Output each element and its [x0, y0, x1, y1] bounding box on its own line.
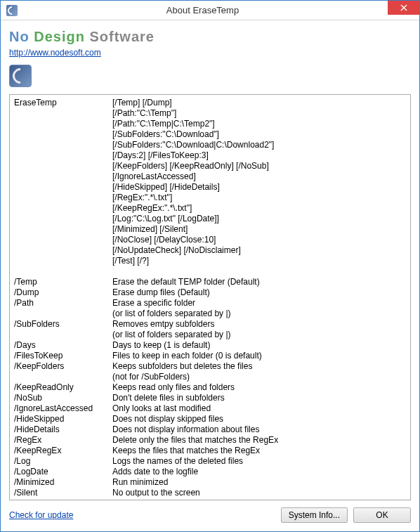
help-key: /Days [13, 340, 112, 351]
help-row: /KeepRegExKeeps the files that matches t… [13, 446, 406, 456]
titlebar[interactable]: About EraseTemp [1, 1, 419, 20]
help-desc: Only looks at last modified [112, 403, 406, 414]
help-row: /FilesToKeepFiles to keep in each folder… [13, 351, 406, 361]
help-text-scroll[interactable]: EraseTemp[/Temp] [/Dump][/Path:"C:\Temp"… [13, 98, 407, 497]
help-row: /KeepFoldersKeeps subfolders but deletes… [13, 361, 406, 372]
website-link[interactable]: http://www.nodesoft.com [9, 48, 411, 58]
help-row: /NoSubDon't delete files in subfolders [13, 393, 406, 403]
help-row: [/Path:"C:\Temp|C:\Temp2"] [13, 119, 406, 129]
help-row: [/SubFolders:"C:\Download|C:\Download2"] [13, 140, 406, 150]
logo-word: Design [34, 29, 85, 44]
check-update-link[interactable]: Check for update [9, 510, 73, 520]
help-key [13, 119, 112, 129]
help-key: /HideSkipped [13, 414, 112, 424]
close-button[interactable] [388, 1, 419, 15]
help-row: /RegExDelete only the files that matches… [13, 435, 406, 446]
help-row: /TempErase the default TEMP folder (Defa… [13, 277, 406, 287]
help-desc: [/Path:"C:\Temp|C:\Temp2"] [112, 119, 406, 129]
logo-word: Software [89, 29, 154, 44]
help-key [13, 161, 112, 171]
help-row: /HideSkippedDoes not display skipped fil… [13, 414, 406, 424]
help-desc: [/Test] [/?] [112, 256, 406, 266]
help-key: /Dump [13, 287, 112, 298]
help-key: /KeepFolders [13, 361, 112, 372]
about-dialog: About EraseTemp No Design Software http:… [0, 0, 420, 532]
help-row: /KeepReadOnlyKeeps read only files and f… [13, 382, 406, 393]
help-key [13, 235, 112, 245]
help-desc: Keeps read only files and folders [112, 382, 406, 393]
help-row: /LogLogs the names of the deleted files [13, 456, 406, 467]
help-key [13, 150, 112, 161]
help-row: [/KeepRegEx:".*\.txt"] [13, 203, 406, 214]
help-key [13, 372, 112, 382]
help-key [13, 224, 112, 235]
help-row: /LogDateAdds date to the logfile [13, 467, 406, 477]
help-key [13, 193, 112, 203]
help-key: /FilesToKeep [13, 351, 112, 361]
window-title: About EraseTemp [18, 5, 388, 15]
help-desc: Keeps subfolders but deletes the files [112, 361, 406, 372]
help-key: /HideDetails [13, 424, 112, 435]
help-desc: Does not display information about files [112, 424, 406, 435]
help-key: /IgnoreLastAccessed [13, 403, 112, 414]
help-desc: Days to keep (1 is default) [112, 340, 406, 351]
help-row: [/HideSkipped] [/HideDetails] [13, 182, 406, 193]
company-logo: No Design Software [9, 29, 411, 45]
help-desc: [/Minimized] [/Silent] [112, 224, 406, 235]
help-desc: [/RegEx:".*\.txt"] [112, 193, 406, 203]
help-row: [/NoUpdateCheck] [/NoDisclaimer] [13, 245, 406, 256]
help-key [13, 108, 112, 119]
help-desc: Removes emtpy subfolders [112, 319, 406, 330]
help-desc: [/NoUpdateCheck] [/NoDisclaimer] [112, 245, 406, 256]
help-key [13, 182, 112, 193]
close-icon [400, 4, 407, 11]
help-key: /Temp [13, 277, 112, 287]
help-row: /HideDetailsDoes not display information… [13, 424, 406, 435]
help-key: /Minimized [13, 477, 112, 488]
help-desc: Don't delete files in subfolders [112, 393, 406, 403]
help-row: [/Minimized] [/Silent] [13, 224, 406, 235]
help-desc: [/KeepFolders] [/KeepReadOnly] [/NoSub] [112, 161, 406, 171]
help-key [13, 245, 112, 256]
help-text-box: EraseTemp[/Temp] [/Dump][/Path:"C:\Temp"… [9, 94, 411, 500]
help-row: [/Days:2] [/FilesToKeep:3] [13, 150, 406, 161]
help-row: /SubFoldersRemoves emtpy subfolders [13, 319, 406, 330]
help-row: EraseTemp[/Temp] [/Dump] [13, 98, 406, 108]
help-key: /LogDate [13, 467, 112, 477]
system-info-button[interactable]: System Info... [281, 507, 348, 523]
help-key: /Silent [13, 488, 112, 497]
help-row: [/NoClose] [/DelayClose:10] [13, 235, 406, 245]
help-desc: Erase the default TEMP folder (Default) [112, 277, 406, 287]
help-key: /Log [13, 456, 112, 467]
help-row: /SilentNo output to the screen [13, 488, 406, 497]
help-row: [/KeepFolders] [/KeepReadOnly] [/NoSub] [13, 161, 406, 171]
help-desc: Run minimized [112, 477, 406, 488]
help-desc: Files to keep in each folder (0 is defau… [112, 351, 406, 361]
help-row: (or list of folders separated by |) [13, 309, 406, 319]
help-key [13, 256, 112, 266]
help-desc: [/SubFolders:"C:\Download|C:\Download2"] [112, 140, 406, 150]
help-desc: Logs the names of the deleted files [112, 456, 406, 467]
ok-button[interactable]: OK [353, 507, 411, 523]
help-desc: Keeps the files that matches the RegEx [112, 446, 406, 456]
help-row: [/SubFolders:"C:\Download"] [13, 129, 406, 140]
help-row: /IgnoreLastAccessedOnly looks at last mo… [13, 403, 406, 414]
help-desc: [/Days:2] [/FilesToKeep:3] [112, 150, 406, 161]
help-key [13, 129, 112, 140]
logo-word: No [9, 29, 29, 44]
help-desc: [/NoClose] [/DelayClose:10] [112, 235, 406, 245]
help-key: EraseTemp [13, 98, 112, 108]
help-desc: (or list of folders separated by |) [112, 330, 406, 340]
help-desc: Erase dump files (Default) [112, 287, 406, 298]
help-key [13, 330, 112, 340]
help-row: [/Test] [/?] [13, 256, 406, 266]
help-key: /RegEx [13, 435, 112, 446]
button-bar: Check for update System Info... OK [9, 500, 411, 523]
help-desc: Delete only the files that matches the R… [112, 435, 406, 446]
help-desc: Adds date to the logfile [112, 467, 406, 477]
help-desc: [/KeepRegEx:".*\.txt"] [112, 203, 406, 214]
help-row: /PathErase a specific folder [13, 298, 406, 309]
help-key [13, 203, 112, 214]
help-desc: [/Log:"C:\Log.txt" [/LogDate]] [112, 214, 406, 224]
help-key [13, 266, 112, 277]
